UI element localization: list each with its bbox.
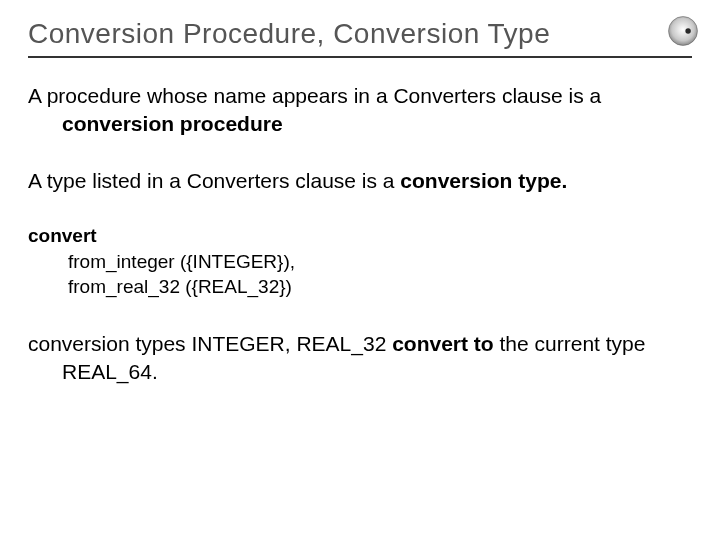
- definition-type: A type listed in a Converters clause is …: [28, 167, 692, 195]
- code-keyword: convert: [28, 223, 692, 249]
- term-bold: conversion type.: [400, 169, 567, 192]
- code-line: from_real_32 ({REAL_32}): [28, 274, 692, 300]
- code-line: from_integer ({INTEGER}),: [28, 249, 692, 275]
- definition-procedure: A procedure whose name appears in a Conv…: [28, 82, 692, 139]
- slide: Conversion Procedure, Conversion Type A …: [0, 0, 720, 540]
- term-bold: convert to: [392, 332, 494, 355]
- summary-sentence: conversion types INTEGER, REAL_32 conver…: [28, 330, 692, 387]
- text: conversion types INTEGER, REAL_32: [28, 332, 392, 355]
- term-bold: conversion procedure: [62, 112, 283, 135]
- logo-icon: [666, 14, 700, 48]
- svg-point-0: [669, 17, 698, 46]
- text: A type listed in a Converters clause is …: [28, 169, 400, 192]
- slide-title: Conversion Procedure, Conversion Type: [28, 18, 692, 50]
- text: A procedure whose name appears in a Conv…: [28, 84, 601, 107]
- code-example: convert from_integer ({INTEGER}), from_r…: [28, 223, 692, 300]
- slide-body: A procedure whose name appears in a Conv…: [28, 82, 692, 387]
- title-rule: [28, 56, 692, 58]
- svg-point-1: [685, 28, 690, 33]
